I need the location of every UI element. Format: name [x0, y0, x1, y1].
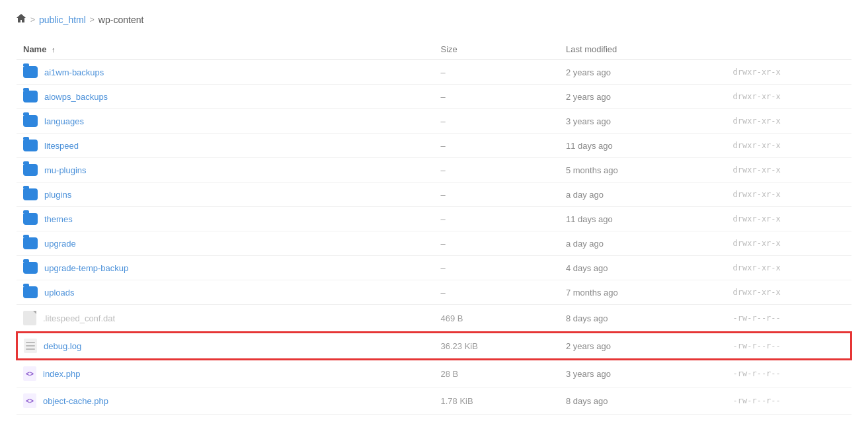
col-header-size[interactable]: Size: [434, 39, 559, 60]
cell-size: –: [434, 207, 559, 231]
cell-permissions: -rw-r--r--: [727, 332, 851, 360]
breadcrumb-public-html[interactable]: public_html: [39, 15, 86, 25]
breadcrumb: > public_html > wp-content: [16, 13, 852, 26]
table-row[interactable]: <> object-cache.php 1.78 KiB 8 days ago …: [17, 387, 851, 415]
sort-arrow: ↑: [52, 46, 56, 54]
cell-modified: 2 years ago: [559, 60, 727, 85]
cell-permissions: drwxr-xr-x: [727, 134, 851, 158]
cell-name: uploads: [17, 280, 434, 305]
table-row[interactable]: uploads – 7 months ago drwxr-xr-x: [17, 280, 851, 305]
cell-name: aiowps_backups: [17, 85, 434, 109]
breadcrumb-wp-content: wp-content: [99, 15, 143, 25]
cell-size: –: [434, 256, 559, 280]
cell-size: –: [434, 60, 559, 85]
cell-size: 469 B: [434, 305, 559, 333]
cell-permissions: -rw-r--r--: [727, 360, 851, 387]
cell-name: plugins: [17, 183, 434, 207]
cell-permissions: drwxr-xr-x: [727, 256, 851, 280]
table-row[interactable]: ai1wm-backups – 2 years ago drwxr-xr-x: [17, 60, 851, 85]
cell-name: <> object-cache.php: [17, 387, 434, 415]
table-row[interactable]: upgrade – a day ago drwxr-xr-x: [17, 231, 851, 256]
file-name-link[interactable]: ai1wm-backups: [44, 67, 104, 77]
cell-name: .litespeed_conf.dat: [17, 305, 434, 333]
table-row[interactable]: mu-plugins – 5 months ago drwxr-xr-x: [17, 158, 851, 183]
cell-permissions: -rw-r--r--: [727, 305, 851, 333]
cell-modified: a day ago: [559, 231, 727, 256]
cell-size: 28 B: [434, 360, 559, 387]
folder-icon: [23, 91, 38, 102]
folder-icon: [23, 115, 38, 127]
file-name-link[interactable]: themes: [44, 214, 73, 224]
cell-modified: a day ago: [559, 183, 727, 207]
cell-modified: 11 days ago: [559, 207, 727, 231]
cell-size: –: [434, 183, 559, 207]
file-code-icon: <>: [23, 366, 36, 381]
cell-size: 36.23 KiB: [434, 332, 559, 360]
folder-icon: [23, 164, 38, 176]
folder-icon: [23, 188, 38, 200]
cell-modified: 7 months ago: [559, 280, 727, 305]
col-header-modified[interactable]: Last modified: [559, 39, 727, 60]
cell-name: themes: [17, 207, 434, 231]
file-table: Name ↑ Size Last modified ai1wm-backups …: [16, 39, 852, 415]
cell-modified: 5 months ago: [559, 158, 727, 183]
cell-modified: 11 days ago: [559, 134, 727, 158]
cell-permissions: drwxr-xr-x: [727, 231, 851, 256]
cell-name: litespeed: [17, 134, 434, 158]
file-name-link[interactable]: languages: [44, 116, 84, 126]
file-name-link[interactable]: uploads: [44, 288, 75, 298]
cell-size: –: [434, 158, 559, 183]
folder-icon: [23, 286, 38, 298]
table-row[interactable]: plugins – a day ago drwxr-xr-x: [17, 183, 851, 207]
file-icon: [23, 311, 36, 325]
cell-name: upgrade-temp-backup: [17, 256, 434, 280]
cell-permissions: drwxr-xr-x: [727, 158, 851, 183]
file-icon: [24, 339, 37, 353]
cell-size: –: [434, 280, 559, 305]
file-name-link[interactable]: .litespeed_conf.dat: [43, 313, 115, 323]
table-row[interactable]: aiowps_backups – 2 years ago drwxr-xr-x: [17, 85, 851, 109]
cell-permissions: drwxr-xr-x: [727, 60, 851, 85]
file-name-link[interactable]: litespeed: [44, 141, 79, 151]
folder-icon: [23, 262, 38, 274]
cell-name: ai1wm-backups: [17, 60, 434, 85]
col-header-permissions: [727, 39, 851, 60]
cell-modified: 2 years ago: [559, 332, 727, 360]
table-row[interactable]: debug.log 36.23 KiB 2 years ago -rw-r--r…: [17, 332, 851, 360]
table-row[interactable]: themes – 11 days ago drwxr-xr-x: [17, 207, 851, 231]
cell-permissions: drwxr-xr-x: [727, 280, 851, 305]
cell-permissions: drwxr-xr-x: [727, 109, 851, 134]
file-name-link[interactable]: aiowps_backups: [44, 92, 108, 102]
home-icon[interactable]: [16, 13, 26, 26]
table-row[interactable]: upgrade-temp-backup – 4 days ago drwxr-x…: [17, 256, 851, 280]
cell-size: –: [434, 134, 559, 158]
cell-name: languages: [17, 109, 434, 134]
file-name-link[interactable]: plugins: [44, 190, 71, 200]
col-header-name[interactable]: Name ↑: [17, 39, 434, 60]
file-name-link[interactable]: index.php: [43, 369, 80, 379]
file-name-link[interactable]: debug.log: [44, 341, 81, 351]
cell-modified: 2 years ago: [559, 85, 727, 109]
table-row[interactable]: .litespeed_conf.dat 469 B 8 days ago -rw…: [17, 305, 851, 333]
file-name-link[interactable]: mu-plugins: [44, 165, 87, 175]
table-header-row: Name ↑ Size Last modified: [17, 39, 851, 60]
breadcrumb-sep-2: >: [90, 15, 95, 24]
cell-size: –: [434, 85, 559, 109]
folder-icon: [23, 213, 38, 225]
cell-modified: 3 years ago: [559, 360, 727, 387]
folder-icon: [23, 66, 38, 78]
table-row[interactable]: languages – 3 years ago drwxr-xr-x: [17, 109, 851, 134]
cell-modified: 8 days ago: [559, 305, 727, 333]
file-name-link[interactable]: object-cache.php: [43, 396, 108, 406]
breadcrumb-sep-1: >: [30, 15, 35, 24]
file-name-link[interactable]: upgrade-temp-backup: [44, 263, 128, 273]
file-name-link[interactable]: upgrade: [44, 239, 76, 249]
cell-name: <> index.php: [17, 360, 434, 387]
cell-permissions: drwxr-xr-x: [727, 183, 851, 207]
table-row[interactable]: litespeed – 11 days ago drwxr-xr-x: [17, 134, 851, 158]
table-row[interactable]: <> index.php 28 B 3 years ago -rw-r--r--: [17, 360, 851, 387]
folder-icon: [23, 237, 38, 249]
cell-permissions: drwxr-xr-x: [727, 207, 851, 231]
cell-name: mu-plugins: [17, 158, 434, 183]
cell-size: –: [434, 231, 559, 256]
